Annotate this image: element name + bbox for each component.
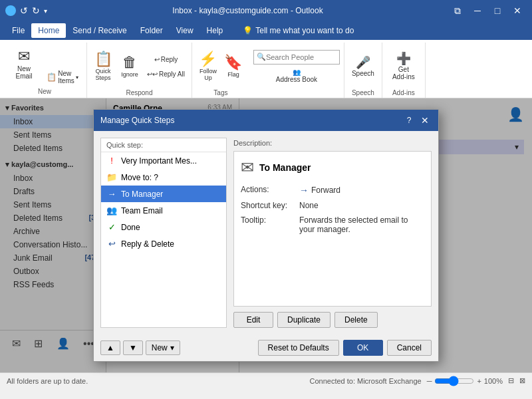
new-dropdown-button[interactable]: New ▾ <box>146 340 180 355</box>
follow-up-button[interactable]: ⚡ Follow Up <box>196 45 220 88</box>
reply-delete-icon: ↩ <box>106 239 117 249</box>
restore-down-button[interactable]: ⧉ <box>448 1 467 20</box>
menu-view[interactable]: View <box>170 23 200 38</box>
modal-title: Manage Quick Steps <box>100 116 174 125</box>
duplicate-button[interactable]: Duplicate <box>277 312 331 328</box>
speech-button[interactable]: 🎤 Speech <box>348 45 378 88</box>
tooltip-value: Forwards the selected email to your mana… <box>299 215 424 234</box>
forward-arrow-icon: → <box>299 185 309 196</box>
connection-status: Connected to: Microsoft Exchange <box>309 377 421 385</box>
delete-quick-step-button[interactable]: 📋 QuickSteps <box>91 45 115 88</box>
quick-step-to-manager[interactable]: → To Manager <box>101 186 226 202</box>
search-people-input[interactable] <box>266 53 336 61</box>
new-group-label: New <box>38 88 51 95</box>
edit-button[interactable]: Edit <box>233 312 273 328</box>
new-items-icon: 📋 <box>47 72 57 82</box>
reply-button[interactable]: ↩ Reply <box>144 53 188 66</box>
checkmark-icon: ✓ <box>106 222 117 232</box>
address-book-icon: 👥 <box>293 68 301 76</box>
ribbon-group-speech: 🎤 Speech Speech <box>344 43 382 98</box>
reply-all-icon: ↩↩ <box>147 70 158 78</box>
menu-tell-me[interactable]: 💡 Tell me what you want to do <box>236 23 360 38</box>
speech-group-label: Speech <box>352 89 374 96</box>
quick-step-team-email[interactable]: 👥 Team Email <box>101 202 226 219</box>
ignore-icon: 🗑 <box>122 55 137 70</box>
ignore-button[interactable]: 🗑 Ignore <box>118 45 142 88</box>
status-bar: All folders are up to date. Connected to… <box>0 372 532 388</box>
title-bar-left: ↺ ↻ ▾ <box>5 5 47 16</box>
quick-access-redo[interactable]: ↻ <box>32 5 40 16</box>
speech-icon: 🎤 <box>356 57 370 68</box>
dropdown-arrow: ▾ <box>76 74 78 80</box>
lightbulb-icon: 💡 <box>243 26 253 35</box>
address-book-button[interactable]: 👥 Address Book <box>253 67 340 80</box>
cancel-button[interactable]: Cancel <box>387 340 432 356</box>
modal-titlebar: Manage Quick Steps ? ✕ <box>94 110 438 131</box>
modal-help-button[interactable]: ? <box>402 114 416 127</box>
menu-folder[interactable]: Folder <box>134 23 170 38</box>
menu-home[interactable]: Home <box>31 23 66 38</box>
window-title: Inbox - kayla@customguide.com - Outlook <box>47 6 448 15</box>
status-text: All folders are up to date. <box>7 377 88 385</box>
ribbon-group-new: ✉ New Email 📋 New Items ▾ New <box>3 43 87 98</box>
view-normal-icon[interactable]: ⊟ <box>508 376 514 385</box>
ribbon-group-add-ins: ➕ Get Add-ins Add-ins <box>382 43 426 98</box>
team-icon: 👥 <box>106 205 117 215</box>
menu-bar: File Home Send / Receive Folder View Hel… <box>0 21 532 40</box>
menu-file[interactable]: File <box>5 23 31 38</box>
ribbon-group-delete: 📋 QuickSteps 🗑 Ignore ↩ Reply ↩↩ Reply <box>87 43 192 98</box>
manage-quick-steps-dialog: Manage Quick Steps ? ✕ Quick step: ! Ver… <box>93 109 439 362</box>
move-down-button[interactable]: ▼ <box>123 340 143 355</box>
reset-defaults-button[interactable]: Reset to Defaults <box>258 340 339 356</box>
new-email-icon: ✉ <box>18 49 30 64</box>
status-right: Connected to: Microsoft Exchange ─ + 100… <box>309 376 525 386</box>
quick-step-done[interactable]: ✓ Done <box>101 219 226 235</box>
quick-access-undo[interactable]: ↺ <box>20 5 28 16</box>
new-items-button[interactable]: 📋 New Items ▾ <box>43 68 82 86</box>
menu-help[interactable]: Help <box>200 23 230 38</box>
ribbon-group-tags: ⚡ Follow Up 🔖 Flag Tags <box>192 43 249 98</box>
tooltip-label: Tooltip: <box>241 215 294 225</box>
flag-icon: ⚡ <box>199 52 217 66</box>
search-people-box[interactable]: 🔍 <box>253 50 340 65</box>
modal-close-button[interactable]: ✕ <box>418 114 432 127</box>
desc-name: To Manager <box>259 162 311 173</box>
dropdown-caret: ▾ <box>170 343 174 352</box>
shortcut-value: None <box>299 201 319 210</box>
maximize-button[interactable]: □ <box>488 1 507 20</box>
new-email-button[interactable]: ✉ New Email <box>7 43 41 86</box>
description-header: Description: <box>233 138 432 151</box>
zoom-level: 100% <box>484 377 503 385</box>
move-up-button[interactable]: ▲ <box>100 340 120 355</box>
menu-send-receive[interactable]: Send / Receive <box>66 23 133 38</box>
modal-body: Quick step: ! Very Important Mes... 📁 Mo… <box>94 131 438 334</box>
desc-actions-row: Actions: → Forward <box>241 185 424 196</box>
actions-value: → Forward <box>299 185 340 196</box>
ribbon-group-find: 🔍 👥 Address Book <box>249 43 344 98</box>
delete-buttons: 📋 QuickSteps 🗑 Ignore ↩ Reply ↩↩ Reply <box>91 43 188 88</box>
zoom-slider[interactable] <box>434 376 474 386</box>
quick-step-move-to[interactable]: 📁 Move to: ? <box>101 169 226 186</box>
quick-step-reply-delete[interactable]: ↩ Reply & Delete <box>101 235 226 252</box>
ribbon: ✉ New Email 📋 New Items ▾ New 📋 QuickSte… <box>0 40 532 98</box>
description-panel: Description: ✉ To Manager Actions: → For… <box>233 138 432 328</box>
get-add-ins-button[interactable]: ➕ Get Add-ins <box>386 45 421 88</box>
add-ins-icon: ➕ <box>396 53 411 65</box>
quick-step-header: Quick step: <box>101 138 226 152</box>
new-buttons: ✉ New Email 📋 New Items ▾ <box>7 43 82 86</box>
folder-icon: 📁 <box>106 172 117 182</box>
desc-title-row: ✉ To Manager <box>241 158 424 177</box>
desc-shortcut-row: Shortcut key: None <box>241 201 424 210</box>
zoom-in-button[interactable]: + <box>477 377 481 385</box>
flag-button[interactable]: 🔖 Flag <box>221 45 245 88</box>
description-box: ✉ To Manager Actions: → Forward Shortcut… <box>233 151 432 307</box>
ok-button[interactable]: OK <box>343 340 383 356</box>
reply-all-button[interactable]: ↩↩ Reply All <box>144 67 188 80</box>
close-button[interactable]: ✕ <box>508 1 527 20</box>
zoom-out-button[interactable]: ─ <box>427 377 432 385</box>
view-reading-icon[interactable]: ⊠ <box>519 376 525 385</box>
quick-step-very-important[interactable]: ! Very Important Mes... <box>101 152 226 169</box>
minimize-button[interactable]: ─ <box>468 1 487 20</box>
delete-button[interactable]: Delete <box>334 312 378 328</box>
title-bar: ↺ ↻ ▾ Inbox - kayla@customguide.com - Ou… <box>0 0 532 21</box>
